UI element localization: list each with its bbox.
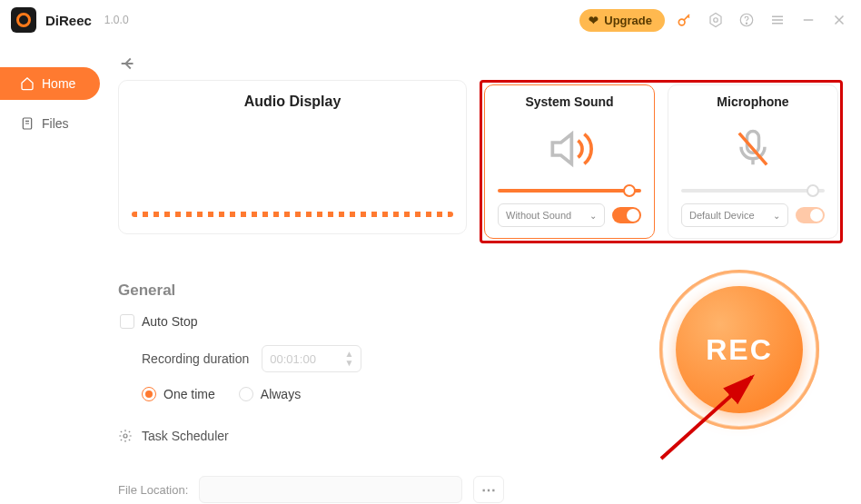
task-scheduler-label: Task Scheduler bbox=[142, 429, 229, 443]
file-location-input[interactable] bbox=[199, 476, 462, 503]
app-name: DiReec bbox=[45, 13, 92, 28]
chevron-down-icon: ⌄ bbox=[773, 211, 780, 221]
menu-icon[interactable] bbox=[767, 9, 788, 31]
upgrade-label: Upgrade bbox=[604, 14, 652, 27]
select-value: Without Sound bbox=[506, 210, 571, 221]
system-sound-slider[interactable] bbox=[498, 189, 641, 193]
recording-duration-label: Recording duration bbox=[142, 351, 249, 366]
close-button[interactable] bbox=[828, 9, 850, 31]
system-sound-select[interactable]: Without Sound ⌄ bbox=[498, 203, 605, 227]
record-button-wrap: REC bbox=[658, 268, 821, 431]
stepper-arrows-icon: ▲▼ bbox=[344, 350, 353, 368]
gear-icon bbox=[118, 429, 133, 443]
microphone-toggle[interactable] bbox=[796, 207, 825, 223]
svg-point-0 bbox=[678, 19, 685, 25]
svg-point-7 bbox=[124, 434, 127, 438]
minimize-button[interactable] bbox=[797, 9, 819, 31]
auto-stop-checkbox[interactable] bbox=[120, 314, 134, 329]
sidebar: Home Files bbox=[0, 40, 100, 504]
svg-point-2 bbox=[714, 18, 718, 23]
chevron-down-icon: ⌄ bbox=[589, 211, 597, 221]
svg-marker-1 bbox=[710, 14, 721, 27]
home-icon bbox=[20, 76, 35, 91]
always-label: Always bbox=[261, 387, 301, 401]
sidebar-item-files[interactable]: Files bbox=[0, 107, 100, 140]
crown-icon: ❤ bbox=[589, 14, 599, 27]
always-radio[interactable] bbox=[239, 387, 253, 401]
app-logo bbox=[11, 7, 36, 33]
system-sound-card[interactable]: System Sound Without Sound ⌄ bbox=[484, 84, 655, 239]
recording-duration-input[interactable]: 00:01:00 ▲▼ bbox=[262, 345, 361, 372]
speaker-icon bbox=[544, 118, 595, 180]
sidebar-item-label: Home bbox=[42, 76, 75, 91]
microphone-card[interactable]: Microphone Default Device ⌄ bbox=[668, 84, 838, 239]
select-value: Default Device bbox=[689, 210, 755, 221]
card-title: System Sound bbox=[525, 94, 613, 109]
sidebar-item-home[interactable]: Home bbox=[0, 67, 100, 100]
help-icon[interactable] bbox=[736, 9, 757, 31]
auto-stop-label: Auto Stop bbox=[142, 314, 198, 329]
audio-display-title: Audio Display bbox=[119, 94, 466, 110]
file-location-label: File Location: bbox=[118, 483, 188, 497]
microphone-muted-icon bbox=[729, 118, 777, 180]
microphone-slider[interactable] bbox=[681, 189, 825, 193]
svg-point-4 bbox=[746, 23, 747, 24]
duration-value: 00:01:00 bbox=[270, 352, 316, 366]
titlebar: DiReec 1.0.0 ❤ Upgrade bbox=[0, 0, 861, 40]
settings-icon[interactable] bbox=[705, 9, 727, 31]
card-title: Microphone bbox=[717, 94, 788, 109]
app-version: 1.0.0 bbox=[104, 14, 129, 26]
audio-display-panel: Audio Display bbox=[118, 80, 467, 234]
microphone-select[interactable]: Default Device ⌄ bbox=[681, 203, 788, 227]
waveform-visualizer bbox=[132, 212, 453, 217]
sidebar-item-label: Files bbox=[42, 116, 69, 131]
highlight-annotation: System Sound Without Sound ⌄ bbox=[480, 80, 843, 243]
one-time-radio[interactable] bbox=[142, 387, 156, 401]
files-icon bbox=[20, 116, 35, 131]
upgrade-button[interactable]: ❤ Upgrade bbox=[579, 9, 665, 32]
one-time-label: One time bbox=[163, 387, 215, 401]
file-location-browse-button[interactable]: ⋯ bbox=[473, 476, 504, 503]
back-button[interactable] bbox=[118, 54, 140, 75]
key-icon[interactable] bbox=[674, 9, 696, 31]
system-sound-toggle[interactable] bbox=[612, 207, 641, 223]
